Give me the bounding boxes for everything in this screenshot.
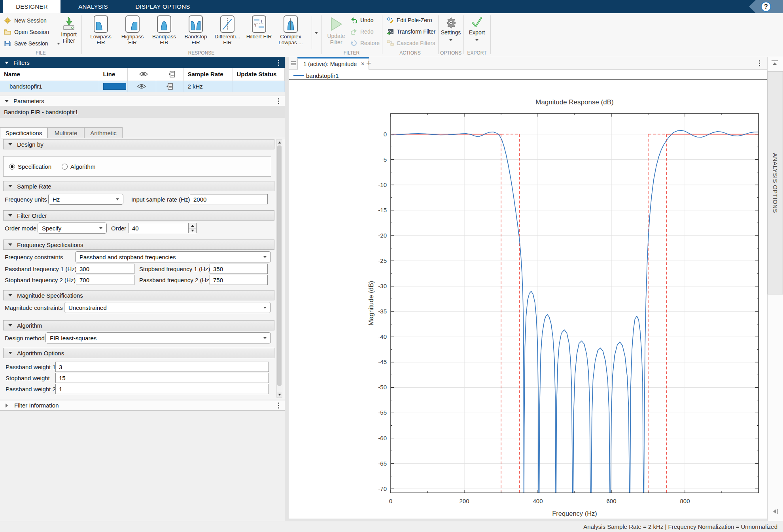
- close-tab-icon[interactable]: ×: [361, 60, 364, 68]
- filters-menu-icon[interactable]: [276, 59, 281, 66]
- sample-rate-section-header[interactable]: Sample Rate: [3, 181, 274, 191]
- tab-multirate[interactable]: Multirate: [47, 127, 84, 138]
- col-info[interactable]: [156, 68, 183, 81]
- order-field[interactable]: [129, 223, 189, 233]
- response-gallery-expand-button[interactable]: [312, 16, 320, 49]
- analysis-options-tab[interactable]: ANALYSIS OPTIONS: [768, 71, 783, 294]
- line-color-swatch[interactable]: [103, 83, 126, 90]
- parameters-scrollbar[interactable]: [276, 139, 282, 398]
- update-status-cell: [233, 81, 285, 92]
- highpass-icon: [125, 15, 140, 33]
- magnitude-tab[interactable]: 1 (active): Magnitude ×: [297, 57, 369, 70]
- stopband-weight-field[interactable]: [55, 373, 269, 383]
- filter-row-bandstopfir1[interactable]: bandstopfir1 2 kHz: [0, 81, 285, 92]
- svg-text:-55: -55: [378, 409, 387, 416]
- scrollbar-thumb[interactable]: [277, 145, 282, 386]
- legend-label[interactable]: bandstopfir1: [306, 72, 339, 79]
- restore-button[interactable]: Restore: [350, 40, 380, 46]
- stopband-freq1-label: Stopband frequency 1 (Hz): [139, 266, 210, 272]
- input-sample-rate-field[interactable]: [190, 194, 268, 204]
- radio-specification[interactable]: Specification: [9, 163, 51, 170]
- tab-drag-handle[interactable]: [291, 60, 296, 66]
- import-filter-button[interactable]: Import Filter: [59, 16, 79, 44]
- scroll-down-icon[interactable]: [277, 392, 282, 397]
- stopband-freq1-field[interactable]: [210, 264, 268, 274]
- magnitude-response-plot[interactable]: 02004006008000-5-10-15-20-25-30-35-40-45…: [367, 109, 767, 517]
- response-bandstop-fir[interactable]: Bandstop FIR: [180, 15, 211, 49]
- filter-information-header[interactable]: Filter Information: [0, 400, 285, 411]
- passband-freq1-field[interactable]: [76, 264, 134, 274]
- save-session-button[interactable]: Save Session: [4, 40, 60, 47]
- col-name[interactable]: Name: [0, 68, 99, 81]
- order-spin-up-icon[interactable]: [191, 225, 194, 227]
- new-session-button[interactable]: New Session: [4, 17, 47, 24]
- col-sample-rate[interactable]: Sample Rate: [183, 68, 233, 81]
- response-lowpass-fir[interactable]: Lowpass FIR: [85, 15, 116, 49]
- row-info-doc-icon[interactable]: [166, 83, 173, 90]
- frequency-units-dropdown[interactable]: Hz: [48, 194, 123, 205]
- export-button[interactable]: Export: [463, 16, 490, 43]
- tab-designer[interactable]: DESIGNER: [3, 0, 61, 13]
- redo-button[interactable]: Redo: [350, 28, 373, 35]
- tab-arithmetic[interactable]: Arithmetic: [84, 127, 123, 138]
- magnitude-constraints-dropdown[interactable]: Unconstrained: [64, 302, 271, 313]
- open-session-button[interactable]: Open Session: [4, 28, 49, 36]
- response-differentiator-fir[interactable]: Differenti... FIR: [212, 15, 243, 49]
- scroll-up-icon[interactable]: [277, 140, 282, 145]
- visibility-eye-icon[interactable]: [137, 83, 146, 89]
- order-spin-down-icon[interactable]: [191, 230, 194, 232]
- response-highpass-fir[interactable]: Highpass FIR: [117, 15, 148, 49]
- algorithm-section-header[interactable]: Algorithm: [3, 320, 274, 330]
- passband-freq2-field[interactable]: [210, 275, 268, 285]
- transform-filter-button[interactable]: Transform Filter: [387, 28, 435, 35]
- order-mode-dropdown[interactable]: Specify: [38, 223, 107, 234]
- undo-button[interactable]: Undo: [350, 17, 373, 23]
- filter-information-menu-icon[interactable]: [276, 402, 281, 409]
- order-spinner[interactable]: [189, 223, 197, 233]
- collapse-ribbon-icon[interactable]: [772, 60, 778, 65]
- col-line[interactable]: Line: [99, 68, 127, 81]
- response-bandpass-fir[interactable]: Bandpass FIR: [149, 15, 180, 49]
- radio-algorithm[interactable]: Algorithm: [62, 163, 95, 170]
- algorithm-options-section-header[interactable]: Algorithm Options: [3, 348, 274, 358]
- col-update-status[interactable]: Update Status: [233, 68, 285, 81]
- transform-filter-icon: [387, 28, 394, 35]
- settings-label: Settings: [438, 29, 463, 36]
- col-visibility[interactable]: [127, 68, 156, 81]
- filter-order-section-header[interactable]: Filter Order: [3, 210, 274, 221]
- design-by-radio-group: Specification Algorithm: [3, 156, 271, 177]
- import-filter-label: Import Filter: [59, 31, 79, 44]
- response-hilbert-fir[interactable]: j -j Hilbert FIR: [244, 15, 274, 49]
- save-session-disk-icon: [4, 40, 11, 47]
- parameters-header[interactable]: Parameters: [0, 96, 285, 106]
- filters-header[interactable]: Filters: [0, 57, 285, 68]
- open-session-label: Open Session: [14, 29, 49, 35]
- settings-button[interactable]: Settings: [438, 16, 463, 43]
- update-filter-button[interactable]: Update Filter: [325, 16, 347, 45]
- dock-panel-icon[interactable]: [772, 508, 779, 515]
- response-complex-lowpass[interactable]: Complex Lowpas ...: [275, 15, 306, 49]
- parameters-menu-icon[interactable]: [276, 97, 281, 105]
- frequency-constraints-dropdown[interactable]: Passband and stopband frequencies: [75, 251, 271, 262]
- design-by-section-header[interactable]: Design by: [3, 139, 274, 149]
- magnitude-specs-section-header[interactable]: Magnitude Specifications: [3, 290, 274, 300]
- passband-weight2-field[interactable]: [55, 384, 269, 394]
- frequency-specs-section-header[interactable]: Frequency Specifications: [3, 240, 274, 250]
- help-button[interactable]: ?: [749, 0, 783, 13]
- stopband-freq2-field[interactable]: [76, 275, 134, 285]
- passband-weight1-field[interactable]: [55, 362, 269, 372]
- add-plot-tab-button[interactable]: +: [366, 58, 371, 68]
- svg-text:0: 0: [384, 131, 387, 138]
- tab-specifications[interactable]: Specifications: [0, 127, 47, 138]
- edit-pole-zero-button[interactable]: Edit Pole-Zero: [387, 17, 432, 23]
- plot-menu-icon[interactable]: [757, 60, 762, 67]
- radio-algorithm-icon: [62, 164, 68, 170]
- hilbert-icon: j -j: [252, 15, 266, 33]
- cascade-filters-button[interactable]: Cascade Filters: [387, 40, 435, 46]
- design-method-dropdown[interactable]: FIR least-squares: [45, 332, 271, 343]
- collapse-magnitude-specs-icon: [8, 294, 12, 296]
- tab-analysis[interactable]: ANALYSIS: [61, 0, 126, 13]
- undo-label: Undo: [360, 17, 373, 23]
- tab-display-options[interactable]: DISPLAY OPTIONS: [126, 0, 200, 13]
- filter-name-cell[interactable]: bandstopfir1: [0, 81, 99, 92]
